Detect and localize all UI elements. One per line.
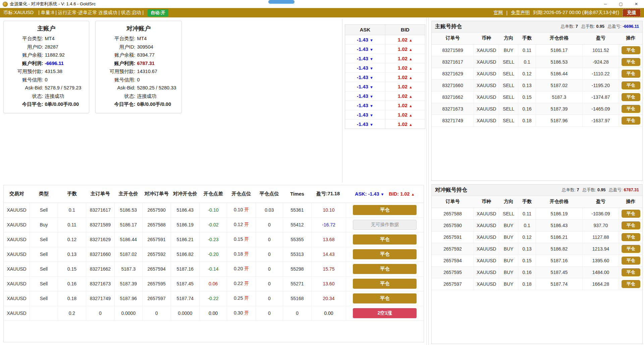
trade-open-point: 0.25开 <box>227 291 256 306</box>
account-field-row: 账户利润:-6696.11 <box>6 59 86 68</box>
column-header: 盈亏 <box>582 32 619 44</box>
live-quote-header: ASK: -1.43▼BID: 1.02▲ <box>346 185 424 203</box>
position-pnl: -924.28 <box>582 56 619 68</box>
open-flag-label: 开 <box>244 310 249 316</box>
field-value: 5278.9 / 5279.23 <box>45 84 86 92</box>
trade-spread: 0.00 <box>199 306 227 321</box>
column-header: 订单号 <box>432 32 474 44</box>
trade-hedge_open: 5187.16 <box>171 262 199 276</box>
position-symbol: XAUUSD <box>474 115 499 126</box>
close-pair-button[interactable]: 平仓 <box>353 293 417 303</box>
trade-main_open: 5187.39 <box>114 276 142 291</box>
trade-spread: -0.20 <box>199 247 227 262</box>
close-position-button[interactable]: 平仓 <box>622 221 640 229</box>
bid-price-cell: 1.02▲ <box>385 91 425 100</box>
quote-row: -1.43▼1.02▲ <box>345 110 425 119</box>
close-position-button[interactable]: 平仓 <box>622 233 640 241</box>
close-pair-button[interactable]: 平仓 <box>353 264 417 274</box>
ask-price-cell: -1.43▼ <box>345 119 385 129</box>
field-value: 4315.38 <box>45 67 86 76</box>
field-label: 用户ID: <box>6 43 43 51</box>
close-position-button[interactable]: 平仓 <box>622 117 640 125</box>
trade-main_open: 5186.44 <box>114 232 142 247</box>
open-pair-button[interactable]: 2空1涨 <box>353 308 417 318</box>
position-lots: 0.16 <box>518 266 536 278</box>
close-pair-button[interactable]: 平仓 <box>353 234 417 245</box>
hedge-positions-panel: 对冲账号持仓 总单数: 7 总手数: 0.95 总盈亏: 6787.31 订单号… <box>431 184 643 344</box>
disclaimer-link[interactable]: 免责声明 <box>511 10 530 16</box>
trade-main_order: 83271662 <box>86 262 114 276</box>
ask-price-cell: -1.43▼ <box>345 35 385 44</box>
close-position-button[interactable]: 平仓 <box>622 280 640 288</box>
field-label: Ask-Bid: <box>98 84 135 92</box>
maximize-icon[interactable]: ▢ <box>613 0 629 8</box>
column-header: 币种 <box>474 196 499 208</box>
minimize-icon[interactable]: ─ <box>598 0 613 8</box>
column-header: 方向 <box>499 196 518 208</box>
recharge-button[interactable]: 充值 <box>623 9 641 17</box>
hedge-positions-title: 对冲账号持仓 <box>435 187 467 194</box>
main-account-title: 主账户 <box>6 24 86 32</box>
total-orders: 7 <box>577 188 579 192</box>
position-dir: BUY <box>499 231 518 243</box>
close-position-button[interactable]: 平仓 <box>622 58 640 66</box>
main-positions-panel: 主账号持仓 总单数: 7 总手数: 0.95 总盈亏: -6696.11 订单号… <box>431 21 643 181</box>
close-position-button[interactable]: 平仓 <box>622 46 640 54</box>
window-title: 金源量化 - 对冲套利系统 - V: 1.4.6 - GoldSrc <box>10 1 96 7</box>
close-position-button[interactable]: 平仓 <box>622 210 640 218</box>
account-field-row: Ask-Bid:5278.9 / 5279.23 <box>6 84 86 92</box>
position-lots: 0.11 <box>518 208 536 219</box>
close-position-button[interactable]: 平仓 <box>622 245 640 253</box>
column-header: 币种 <box>474 32 499 44</box>
close-pair-button[interactable]: 平仓 <box>353 205 417 215</box>
trade-pnl: 13.68 <box>312 232 346 247</box>
down-arrow-icon: ▼ <box>370 76 373 80</box>
close-pair-button[interactable]: 平仓 <box>353 249 417 259</box>
trade-close-point: 0 <box>256 232 283 247</box>
trade-main_open: 5186.53 <box>114 203 142 217</box>
position-dir: BUY <box>499 44 518 56</box>
quote-row: -1.43▼1.02▲ <box>345 72 425 82</box>
open-flag-label: 开 <box>244 295 249 301</box>
panel-splitter <box>428 17 429 345</box>
window-controls: ─ ▢ ✕ <box>598 0 644 8</box>
trade-main_order: 83271660 <box>86 247 114 262</box>
close-position-button[interactable]: 平仓 <box>622 257 640 265</box>
close-position-button[interactable]: 平仓 <box>622 81 640 89</box>
column-header: 交易对 <box>4 185 30 203</box>
position-dir: SELL <box>499 115 518 126</box>
position-row: 2657597XAUUSDBUY0.185187.741664.28平仓 <box>432 278 642 290</box>
quote-row: -1.43▼1.02▲ <box>345 119 425 129</box>
auto-toggle-button[interactable]: 自动:开 <box>148 9 168 16</box>
quote-row: -1.43▼1.02▲ <box>345 44 425 54</box>
close-icon[interactable]: ✕ <box>629 0 644 8</box>
field-label: 账户余额: <box>98 51 135 59</box>
close-position-button[interactable]: 平仓 <box>622 70 640 78</box>
field-value: 连接成功 <box>45 92 86 100</box>
account-field-row: 平台类型:MT4 <box>6 34 86 43</box>
trade-type: Sell <box>30 203 58 217</box>
position-order: 83271629 <box>432 68 474 79</box>
trade-lots: 0.15 <box>58 262 86 276</box>
column-header: 操作 <box>619 196 642 208</box>
close-position-button[interactable]: 平仓 <box>622 93 640 101</box>
official-site-link[interactable]: 官网 <box>494 10 503 16</box>
bid-price-cell: 1.02▲ <box>385 119 425 129</box>
close-position-button[interactable]: 平仓 <box>622 105 640 113</box>
field-label: 用户ID: <box>98 43 135 51</box>
trade-type: Sell <box>30 291 58 306</box>
trade-times: 55361 <box>283 203 311 217</box>
field-label: 状态: <box>98 92 135 100</box>
column-header: 手数 <box>58 185 86 203</box>
position-symbol: XAUUSD <box>474 266 499 278</box>
app-window: 金源量化 - 对冲套利系统 - V: 1.4.6 - GoldSrc ─ ▢ ✕… <box>0 0 644 345</box>
trade-spread: -0.02 <box>199 217 227 232</box>
close-position-button[interactable]: 平仓 <box>622 268 640 276</box>
trade-lots: 0.11 <box>58 217 86 232</box>
up-arrow-icon: ▲ <box>409 76 413 80</box>
column-header: 手数 <box>518 32 536 44</box>
position-dir: SELL <box>499 91 518 103</box>
close-pair-button[interactable]: 平仓 <box>353 279 417 289</box>
position-pnl: -1637.97 <box>582 115 619 126</box>
field-label: Ask-Bid: <box>6 84 43 92</box>
